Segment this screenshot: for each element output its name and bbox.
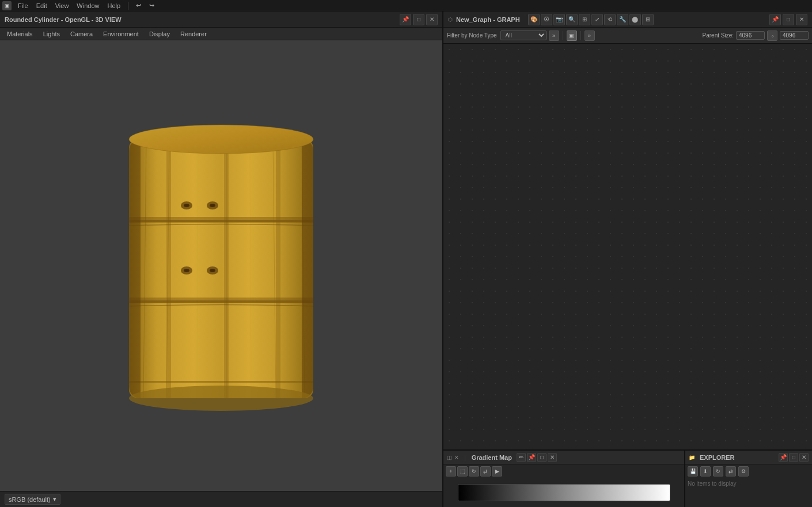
gm-max-btn[interactable]: □ — [537, 453, 547, 462]
exp-filter-btn[interactable]: ⇄ — [726, 466, 736, 476]
graph-toolbar-btn-9[interactable]: ⬤ — [629, 14, 641, 25]
app-icon: ▣ — [2, 1, 12, 10]
cylinder-body — [129, 139, 313, 398]
view3d-menu: Materials Lights Camera Environment Disp… — [0, 28, 442, 40]
link-icon: ⬦ — [767, 31, 777, 41]
close-btn[interactable]: ✕ — [426, 14, 438, 25]
graph-toolbar-btn-4[interactable]: 🔍 — [566, 14, 578, 25]
toolbar-sep-2 — [580, 31, 581, 40]
redo-btn[interactable]: ↪ — [147, 2, 156, 9]
explorer-header: 📁 EXPLORER 📌 □ ✕ — [685, 451, 812, 464]
edit-menu[interactable]: Edit — [35, 2, 49, 9]
svg-rect-22 — [166, 139, 171, 398]
gradient-map-toolbar: + ⬚ ↻ ⇄ ▶ — [443, 464, 684, 478]
graph-max-btn[interactable]: □ — [783, 14, 794, 25]
gm-toolbar-btn-2[interactable]: ⬚ — [457, 466, 468, 476]
view3d-panel: Rounded Cylinder - OpenGL - 3D VIEW 📌 □ … — [0, 12, 443, 507]
parent-size-height[interactable] — [780, 31, 809, 40]
separator — [128, 2, 128, 10]
menu-renderer[interactable]: Renderer — [176, 29, 211, 39]
gm-pin-btn[interactable]: 📌 — [527, 453, 536, 462]
undo-btn[interactable]: ↩ — [134, 2, 143, 9]
svg-point-19 — [184, 269, 189, 272]
renderer-arrow: ▾ — [53, 495, 56, 503]
top-bar: ▣ File Edit View Window Help ↩ ↪ — [0, 0, 812, 12]
explorer-icon: 📁 — [689, 455, 695, 460]
menu-display[interactable]: Display — [145, 29, 174, 39]
graph-canvas[interactable]: Direct Gaussian B... 4096×4096 - L16 2.6… — [443, 44, 812, 449]
gradient-map-icon: ◫ — [447, 455, 452, 460]
menu-materials[interactable]: Materials — [2, 29, 37, 39]
gm-toolbar-btn-5[interactable]: ▶ — [492, 466, 502, 476]
gm-toolbar-btn-4[interactable]: ⇄ — [480, 466, 491, 476]
graph-pin-btn[interactable]: 📌 — [769, 14, 781, 25]
gradient-preview — [458, 484, 670, 501]
close-icon-left[interactable]: ✕ — [454, 455, 459, 460]
more-btn[interactable]: » — [585, 31, 595, 41]
window-menu[interactable]: Window — [75, 2, 101, 9]
graph-close-btn[interactable]: ✕ — [796, 14, 807, 25]
view-mode-btn[interactable]: ▣ — [567, 31, 577, 41]
svg-rect-26 — [302, 139, 313, 398]
maximize-btn[interactable]: □ — [413, 14, 424, 25]
toolbar-sep — [563, 31, 563, 40]
pin-btn[interactable]: 📌 — [400, 14, 411, 25]
graph-toolbar-btn-1[interactable]: 🎨 — [528, 14, 540, 25]
svg-rect-25 — [129, 139, 141, 398]
exp-import-btn[interactable]: ⬇ — [700, 466, 711, 476]
gm-toolbar-btn-3[interactable]: ↻ — [469, 466, 479, 476]
graph-toolbar-btn-8[interactable]: 🔧 — [617, 14, 628, 25]
gm-close-btn[interactable]: ✕ — [548, 453, 557, 462]
graph-toolbar-btn-3[interactable]: 📷 — [553, 14, 565, 25]
file-menu[interactable]: File — [16, 2, 30, 9]
view3d-title: Rounded Cylinder - OpenGL - 3D VIEW — [5, 16, 122, 23]
cylinder-svg — [112, 116, 331, 415]
graph-toolbar: Filter by Node Type All » ▣ » Parent Siz… — [443, 28, 812, 44]
graph-toolbar-btn-5[interactable]: ⊞ — [579, 14, 590, 25]
view3d-bottom: sRGB (default) ▾ — [0, 491, 442, 507]
explorer-toolbar: 💾 ⬇ ↻ ⇄ ⚙ — [685, 464, 812, 478]
menu-lights[interactable]: Lights — [39, 29, 64, 39]
cylinder-bottom — [129, 386, 313, 411]
gm-edit-btn[interactable]: ✏ — [517, 453, 526, 462]
graph-icon: ⬡ — [448, 17, 453, 22]
parent-size-width[interactable] — [736, 31, 765, 40]
wood-cylinder — [112, 116, 331, 415]
renderer-dropdown[interactable]: sRGB (default) ▾ — [5, 494, 60, 505]
gradient-map-title: Gradient Map — [472, 454, 512, 461]
connections-svg — [443, 44, 812, 449]
exp-pin-btn[interactable]: 📌 — [779, 453, 788, 462]
graph-toolbar-btn-2[interactable]: ⦿ — [541, 14, 552, 25]
view3d-header: Rounded Cylinder - OpenGL - 3D VIEW 📌 □ … — [0, 12, 442, 28]
filter-select[interactable]: All — [500, 31, 547, 40]
explorer-content: No items to display — [685, 478, 812, 507]
exp-max-btn[interactable]: □ — [789, 453, 798, 462]
graph-toolbar-btn-7[interactable]: ⟲ — [604, 14, 616, 25]
graph-header: ⬡ New_Graph - GRAPH 🎨 ⦿ 📷 🔍 ⊞ ⤢ ⟲ 🔧 ⬤ ⊞ … — [443, 12, 812, 28]
svg-rect-13 — [129, 298, 313, 303]
graph-toolbar-btn-6[interactable]: ⤢ — [591, 14, 603, 25]
svg-point-15 — [184, 204, 189, 207]
gm-toolbar-btn-1[interactable]: + — [446, 466, 456, 476]
filter-expand-btn[interactable]: » — [549, 31, 559, 41]
exp-save-btn[interactable]: 💾 — [688, 466, 698, 476]
svg-point-21 — [210, 269, 215, 272]
panel-sep: │ — [464, 455, 467, 460]
view-menu[interactable]: View — [54, 2, 71, 9]
svg-rect-12 — [129, 217, 313, 223]
menu-environment[interactable]: Environment — [98, 29, 143, 39]
gradient-map-panel: ◫ ✕ │ Gradient Map ✏ 📌 □ ✕ + ⬚ ↻ ⇄ — [443, 451, 685, 507]
menu-camera[interactable]: Camera — [66, 29, 97, 39]
svg-rect-23 — [224, 139, 229, 398]
main-layout: Rounded Cylinder - OpenGL - 3D VIEW 📌 □ … — [0, 12, 812, 507]
explorer-empty-label: No items to display — [688, 481, 736, 487]
graph-toolbar-btn-10[interactable]: ⊞ — [642, 14, 654, 25]
exp-close-btn[interactable]: ✕ — [799, 453, 809, 462]
graph-panel: ⬡ New_Graph - GRAPH 🎨 ⦿ 📷 🔍 ⊞ ⤢ ⟲ 🔧 ⬤ ⊞ … — [443, 12, 812, 507]
help-menu[interactable]: Help — [105, 2, 122, 9]
view3d-canvas[interactable] — [0, 40, 442, 491]
svg-rect-24 — [276, 139, 280, 398]
exp-settings-btn[interactable]: ⚙ — [738, 466, 749, 476]
exp-refresh-btn[interactable]: ↻ — [713, 466, 723, 476]
svg-point-17 — [210, 204, 215, 207]
